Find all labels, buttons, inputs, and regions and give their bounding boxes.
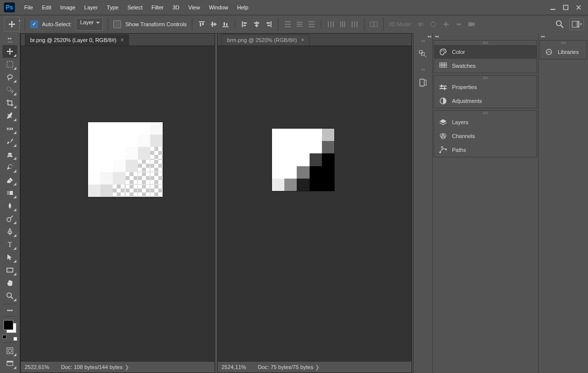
chevron-right-icon[interactable]: ❯ <box>315 364 319 370</box>
document-tab[interactable]: br.png @ 2520% (Layer 0, RGB/8#)× <box>25 34 129 46</box>
properties-panel-tab[interactable]: Properties <box>434 80 537 94</box>
quick-selection-tool[interactable] <box>2 84 17 96</box>
adjustments-icon <box>439 97 447 105</box>
panel-grip[interactable] <box>434 76 537 80</box>
dist-vmid-icon[interactable] <box>295 20 304 29</box>
menu-edit[interactable]: Edit <box>38 4 56 10</box>
move-tool-indicator[interactable]: ▾ <box>4 17 20 32</box>
menu-select[interactable]: Select <box>123 4 147 10</box>
svg-rect-19 <box>268 25 270 26</box>
eyedropper-tool[interactable] <box>2 109 17 122</box>
menu-items: FileEditImageLayerTypeSelectFilter3DView… <box>20 4 253 10</box>
tools-expand-button[interactable]: ▸▸ <box>0 35 20 41</box>
path-selection-tool[interactable] <box>2 251 17 264</box>
gradient-tool[interactable] <box>2 186 17 199</box>
zoom-level[interactable]: 2524,11% <box>222 364 246 370</box>
search-icon[interactable] <box>555 20 564 29</box>
move-tool[interactable] <box>2 45 17 58</box>
clone-stamp-tool[interactable] <box>2 148 17 161</box>
layers-panel-tab[interactable]: Layers <box>434 115 537 129</box>
svg-rect-79 <box>444 87 445 90</box>
adjustments-panel-tab[interactable]: Adjustments <box>434 94 537 108</box>
align-right-icon[interactable] <box>264 20 273 29</box>
dist-left-icon[interactable] <box>326 20 335 29</box>
panel-grip[interactable] <box>434 111 537 115</box>
swatches-panel-tab[interactable]: Swatches <box>434 59 537 73</box>
rectangle-tool[interactable] <box>2 264 17 277</box>
svg-rect-39 <box>374 22 377 27</box>
workspace-switcher[interactable]: ▾ <box>569 18 584 30</box>
strip-collapse-button[interactable]: ◂◂ <box>412 33 433 39</box>
chevron-right-icon[interactable]: ❯ <box>125 364 129 370</box>
libraries-panel-tab[interactable]: Libraries <box>540 45 587 59</box>
panel-collapse-button[interactable]: ◂◂ <box>435 34 439 39</box>
auto-select-checkbox[interactable] <box>30 20 38 28</box>
align-hcenter-icon[interactable] <box>252 20 261 29</box>
menu-type[interactable]: Type <box>102 4 123 10</box>
doc-size-info[interactable]: Doc: 75 bytes/75 bytes❯ <box>258 364 320 371</box>
zoom-level[interactable]: 2522,61% <box>25 364 49 370</box>
svg-rect-84 <box>440 152 441 153</box>
menu-view[interactable]: View <box>184 4 205 10</box>
tools-grip[interactable] <box>2 41 17 44</box>
menu-3d[interactable]: 3D <box>168 4 184 10</box>
panel-grip[interactable] <box>434 41 537 45</box>
menu-help[interactable]: Help <box>233 4 253 10</box>
close-icon[interactable]: × <box>301 37 304 44</box>
svg-rect-1 <box>564 5 568 10</box>
libraries-collapse-button[interactable]: ◂◂ <box>541 34 544 39</box>
channels-panel-tab[interactable]: Channels <box>434 129 537 143</box>
history-brush-tool[interactable] <box>2 161 17 174</box>
pen-tool[interactable] <box>2 225 17 238</box>
align-left-icon[interactable] <box>240 20 249 29</box>
blur-tool[interactable] <box>2 199 17 212</box>
foreground-color-swatch[interactable] <box>3 320 13 330</box>
close-icon[interactable]: × <box>120 37 124 44</box>
menu-window[interactable]: Window <box>204 4 232 10</box>
edit-toolbar-button[interactable]: ••• <box>2 306 17 315</box>
minimize-button[interactable] <box>546 2 559 12</box>
auto-select-dropdown[interactable]: Layer <box>76 18 103 31</box>
strip-grip-2[interactable] <box>415 69 430 72</box>
strip-grip[interactable] <box>415 40 430 43</box>
dist-bottom-icon[interactable] <box>307 20 316 29</box>
crop-tool[interactable] <box>2 96 17 109</box>
marquee-tool[interactable] <box>2 58 17 71</box>
show-transform-checkbox[interactable] <box>113 20 121 28</box>
color-swatches[interactable] <box>2 319 17 334</box>
panel-grip[interactable] <box>540 41 587 45</box>
lasso-tool[interactable] <box>2 71 17 84</box>
dist-hcenter-icon[interactable] <box>338 20 347 29</box>
healing-brush-tool[interactable] <box>2 122 17 135</box>
document-canvas[interactable] <box>21 46 215 361</box>
align-vmid-icon[interactable] <box>209 20 218 29</box>
dist-top-icon[interactable] <box>283 20 292 29</box>
dist-right-icon[interactable] <box>350 20 359 29</box>
screen-mode-button[interactable] <box>2 357 17 370</box>
history-panel-icon[interactable] <box>415 46 431 62</box>
align-top-icon[interactable] <box>197 20 206 29</box>
eraser-tool[interactable] <box>2 174 17 186</box>
dodge-tool[interactable] <box>2 212 17 225</box>
menu-layer[interactable]: Layer <box>80 4 102 10</box>
brush-tool[interactable] <box>2 135 17 148</box>
paths-panel-tab[interactable]: Paths <box>434 143 537 157</box>
menu-file[interactable]: File <box>20 4 38 10</box>
device-preview-icon[interactable] <box>415 75 431 91</box>
color-panel-tab[interactable]: Color <box>434 45 537 59</box>
auto-align-icon[interactable] <box>369 20 378 29</box>
close-button[interactable] <box>572 2 585 12</box>
type-tool[interactable]: T <box>2 238 17 251</box>
document-canvas[interactable] <box>218 46 411 361</box>
zoom-tool[interactable] <box>2 289 17 302</box>
menu-filter[interactable]: Filter <box>147 4 168 10</box>
hand-tool[interactable] <box>2 277 17 289</box>
align-bottom-icon[interactable] <box>221 20 230 29</box>
maximize-button[interactable] <box>559 2 572 12</box>
default-colors-button[interactable] <box>2 335 17 341</box>
menu-image[interactable]: Image <box>56 4 80 10</box>
quick-mask-button[interactable] <box>2 344 17 357</box>
doc-size-info[interactable]: Doc: 108 bytes/144 bytes❯ <box>61 364 129 371</box>
svg-rect-71 <box>442 63 444 65</box>
document-tab[interactable]: brm.png @ 2520% (RGB/8#)× <box>222 34 310 46</box>
